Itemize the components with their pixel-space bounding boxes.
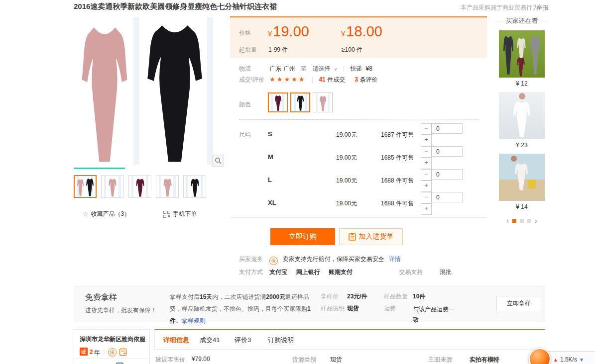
add-to-cart-label: 加入进货单	[359, 232, 394, 241]
trade-support-value: 混批	[440, 269, 452, 275]
seller-name[interactable]: 深圳市龙华新区雅尚依服...	[80, 335, 145, 344]
pager-dot[interactable]	[520, 219, 524, 223]
minus-button[interactable]: −	[421, 192, 432, 203]
star-rating-icon: ★★★★★	[269, 76, 306, 83]
get-sample-button[interactable]: 立即拿样	[496, 296, 541, 311]
size-row-m: M 19.00元 1685 件可售 − +	[230, 146, 487, 169]
tab-order-notes[interactable]: 订购说明	[268, 336, 294, 345]
qr-code-icon	[163, 211, 170, 218]
retail-price-value: ¥79.00	[192, 356, 210, 363]
seller-years-num: 2	[90, 349, 93, 356]
sample-rule-link[interactable]: 拿样规则	[182, 317, 206, 324]
tab-deals[interactable]: 成交41	[200, 336, 220, 345]
favorite-product-button[interactable]: 收藏产品（3）	[91, 210, 130, 218]
tab-reviews[interactable]: 评价3	[235, 336, 251, 345]
desc-text: 。	[176, 317, 182, 324]
color-swatches	[268, 92, 333, 112]
deal-count[interactable]: 41	[319, 76, 325, 83]
download-speed-widget[interactable]: ▲ 1.5K/s ▼	[529, 348, 595, 364]
thumbnail-pink2[interactable]	[156, 175, 179, 198]
plus-button[interactable]: +	[421, 181, 432, 192]
sample-price-value: 23元/件	[347, 292, 367, 301]
size-name: S	[268, 130, 272, 138]
add-to-cart-button[interactable]: 加入进货单	[339, 228, 403, 245]
tab-detail-info[interactable]: 详细信息	[163, 336, 189, 345]
sidebar-pager: ‹ ›	[494, 216, 549, 225]
magnifier-icon[interactable]	[212, 155, 224, 167]
page-title: 2016速卖通秋季新款欧美圆领修身显瘦纯色七分袖针织连衣裙	[74, 2, 277, 11]
favorite-star-icon: ☆	[82, 210, 89, 218]
moq-tier-2: ≥100 件	[342, 46, 362, 54]
destination-select[interactable]: 请选择	[312, 65, 330, 72]
guarantee-shield-icon: 保	[269, 257, 278, 265]
service-detail-link[interactable]: 详情	[389, 256, 401, 263]
plus-button[interactable]: +	[421, 203, 432, 215]
thumbnail-strip	[74, 175, 206, 198]
payment-netbank: 网上银行	[296, 269, 320, 275]
product-main-image[interactable]	[74, 17, 227, 170]
size-stock: 1688 件可售	[381, 199, 414, 208]
review-suffix[interactable]: 条评价	[360, 76, 378, 83]
related-product-card[interactable]: ¥ 12	[494, 30, 549, 87]
report-link[interactable]: 举报	[537, 3, 549, 12]
related-product-card[interactable]: ¥ 14	[494, 154, 549, 210]
related-products-sidebar: 买家还在看 ¥ 12 ¥ 23 ¥ 14 ‹ ›	[494, 16, 549, 225]
desc-bold: 2000元	[266, 293, 285, 300]
minus-button[interactable]: −	[421, 123, 432, 135]
related-product-card[interactable]: ¥ 23	[494, 92, 549, 149]
related-product-price: ¥ 14	[494, 203, 549, 210]
size-name: XL	[268, 199, 276, 206]
desc-text: 拿样支付后	[170, 293, 200, 300]
related-product-image	[499, 154, 545, 201]
pager-next-icon[interactable]: ›	[535, 216, 537, 225]
pager-prev-icon[interactable]: ‹	[506, 216, 509, 225]
gallery-actions: ☆ 收藏产品（3） 手机下单	[82, 210, 197, 218]
quantity-input[interactable]	[432, 169, 463, 180]
thumbnail-duo-selected[interactable]	[74, 175, 97, 198]
size-price: 19.00元	[336, 177, 357, 185]
swatch-pink[interactable]	[313, 92, 333, 112]
pager-dot-active[interactable]	[512, 219, 516, 223]
sample-ship-value: 与该产品运费一致	[413, 304, 457, 325]
quantity-input[interactable]	[432, 123, 463, 134]
review-count[interactable]: 3	[355, 76, 358, 83]
plus-button[interactable]: +	[421, 158, 432, 169]
size-stock: 1685 件可售	[381, 154, 414, 162]
thumbnail-black[interactable]	[183, 175, 206, 198]
price-tier-1: ¥19.00	[268, 24, 309, 41]
mobile-order-button[interactable]: 手机下单	[173, 210, 197, 218]
trade-support-label: 交易支持	[399, 269, 423, 275]
swatch-darkred-selected[interactable]	[268, 92, 288, 112]
minus-button[interactable]: −	[421, 146, 432, 158]
chevron-down-icon[interactable]: ∨	[334, 67, 338, 72]
desc-text: 内，二次店铺进货满	[212, 293, 266, 300]
pager-dot[interactable]	[527, 219, 531, 223]
buyer-service-row: 买家服务 保 卖家支持先行赔付，保障买家交易安全 详情	[239, 255, 401, 265]
quantity-input[interactable]	[432, 146, 463, 157]
thumbnail-pink[interactable]	[101, 175, 124, 198]
quantity-input[interactable]	[432, 192, 463, 202]
size-price: 19.00元	[336, 131, 357, 139]
rating-row: 成交\评价 ★★★★★ | 41 件成交 3 条评价	[239, 76, 378, 84]
logistics-to: 至	[301, 65, 307, 72]
deal-suffix[interactable]: 件成交	[327, 76, 345, 83]
swatch-black-selected[interactable]	[290, 92, 310, 112]
size-name: M	[268, 153, 273, 161]
rating-label: 成交\评价	[239, 76, 268, 84]
plus-button[interactable]: +	[421, 135, 432, 146]
thumbnail-darkred[interactable]	[128, 175, 151, 198]
express-label: 快递	[350, 65, 362, 72]
currency-symbol: ¥	[341, 29, 345, 38]
minus-button[interactable]: −	[421, 169, 432, 181]
photo-source-value: 实拍有模特	[470, 356, 499, 364]
guarantee-doc-icon	[119, 348, 127, 356]
size-row-l: L 19.00元 1688 件可售 − +	[230, 169, 487, 192]
payment-alipay: 支付宝	[269, 269, 287, 275]
trade-note: 本产品采购属于商业贸易行为	[461, 3, 538, 12]
size-stock: 1687 件可售	[381, 131, 414, 139]
order-now-button[interactable]: 立即订购	[270, 228, 335, 245]
widget-ball-icon[interactable]	[529, 348, 551, 364]
logistics-label: 物流	[239, 65, 268, 73]
sample-note-value: 现货	[347, 304, 359, 313]
payment-row: 支付方式 支付宝 网上银行 账期支付 交易支持 混批	[239, 268, 452, 276]
